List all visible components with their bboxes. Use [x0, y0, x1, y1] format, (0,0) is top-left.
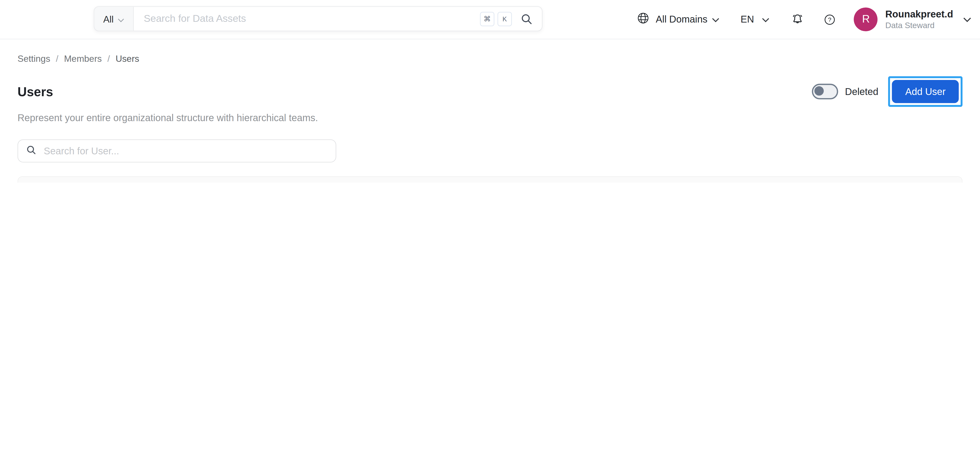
breadcrumb-members[interactable]: Members [64, 54, 102, 64]
chevron-down-icon [712, 14, 719, 25]
asset-search-input[interactable] [134, 13, 480, 24]
page-subtitle: Represent your entire organizational str… [18, 112, 963, 124]
svg-text:?: ? [828, 16, 832, 23]
domains-label: All Domains [656, 14, 707, 25]
language-dropdown[interactable]: EN [741, 14, 770, 25]
app-root: All ⌘ K Al [0, 0, 980, 183]
user-search-box [18, 139, 336, 162]
profile-menu[interactable]: R Rounakpreet.d Data Steward [854, 8, 971, 31]
add-user-button[interactable]: Add User [892, 80, 959, 103]
user-search-input[interactable] [42, 145, 328, 157]
search-icon [26, 144, 37, 158]
profile-role: Data Steward [885, 20, 953, 30]
breadcrumb-settings[interactable]: Settings [18, 54, 50, 64]
search-scope-dropdown[interactable]: All [94, 7, 134, 30]
users-table: USERNAME NAME TEAMS ROLES ACTIONS Aabdul… [18, 176, 963, 183]
deleted-toggle[interactable] [812, 84, 838, 99]
top-bar: All ⌘ K Al [0, 0, 980, 39]
help-icon[interactable]: ? [824, 13, 837, 26]
cmd-key-badge: ⌘ [480, 12, 494, 26]
search-scope-label: All [103, 13, 114, 24]
chevron-down-icon [963, 14, 971, 25]
deleted-toggle-label: Deleted [845, 86, 878, 97]
breadcrumb: Settings / Members / Users [18, 54, 963, 64]
table-header: USERNAME NAME TEAMS ROLES ACTIONS [18, 177, 962, 183]
domains-dropdown[interactable]: All Domains [636, 11, 719, 27]
top-bar-right: All Domains EN [636, 0, 971, 39]
global-search-bar: All ⌘ K [94, 6, 542, 31]
chevron-down-icon [762, 14, 770, 25]
chevron-down-icon [117, 13, 124, 24]
breadcrumb-users[interactable]: Users [116, 54, 139, 64]
language-label: EN [741, 14, 754, 25]
search-icon[interactable] [520, 12, 533, 25]
avatar: R [854, 8, 878, 31]
deleted-toggle-group: Deleted [812, 84, 878, 99]
globe-icon [636, 11, 650, 27]
notifications-bell-icon[interactable] [791, 13, 805, 26]
profile-name: Rounakpreet.d [885, 8, 953, 20]
k-key-badge: K [498, 12, 512, 26]
main-content: Settings / Members / Users Users Deleted… [0, 54, 980, 183]
page-title: Users [18, 84, 53, 99]
